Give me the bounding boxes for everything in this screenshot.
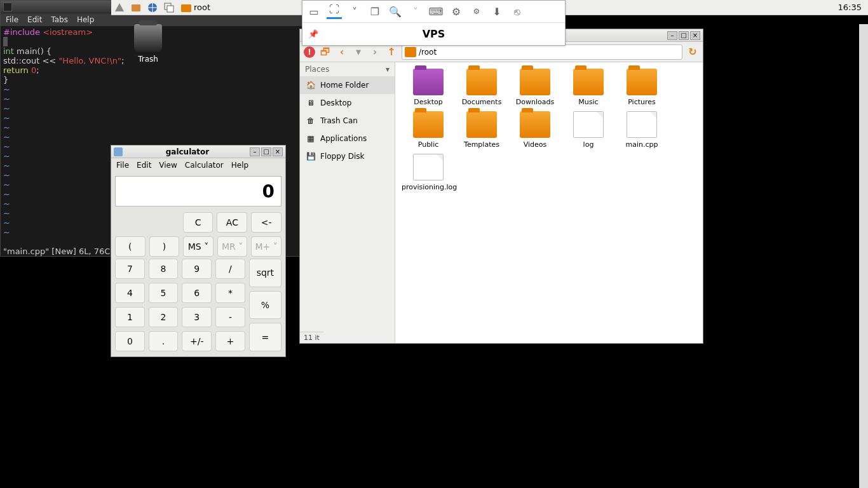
file-label: Pictures — [615, 98, 668, 106]
gear-icon[interactable]: ⚙ — [449, 4, 464, 19]
file-item-downloads[interactable]: Downloads — [508, 69, 562, 106]
menu-help[interactable]: Help — [231, 161, 248, 170]
menu-view[interactable]: View — [159, 161, 177, 170]
sidebar-item-home-folder[interactable]: 🏠Home Folder — [300, 76, 395, 94]
file-item-templates[interactable]: Templates — [455, 111, 508, 149]
memory-recall-button[interactable]: MR ˅ — [217, 236, 248, 257]
sidebar-item-applications[interactable]: ▦Applications — [300, 130, 395, 147]
disconnect-icon[interactable]: ⎋ — [510, 4, 525, 19]
key-7[interactable]: 7 — [115, 259, 145, 279]
close-button[interactable]: × — [273, 147, 283, 156]
chevron-down-icon: ▾ — [386, 65, 390, 74]
sidebar-item-label: Home Folder — [320, 81, 369, 90]
chevron-down-icon[interactable]: ˅ — [408, 4, 423, 19]
taskbar-task-filemanager[interactable]: root — [177, 1, 214, 15]
maximize-button[interactable]: □ — [679, 31, 689, 40]
trash-icon: 🗑 — [305, 115, 316, 126]
sidebar-item-floppy-disk[interactable]: 💾Floppy Disk — [300, 147, 395, 165]
download-icon[interactable]: ⬇ — [489, 4, 505, 19]
key-6[interactable]: 6 — [182, 283, 212, 303]
scrollbar[interactable] — [859, 24, 868, 488]
all-clear-button[interactable]: AC — [217, 212, 247, 233]
pin-icon[interactable]: 📌 — [302, 29, 324, 39]
key-op[interactable]: . — [149, 331, 179, 351]
key-op[interactable]: + — [215, 331, 245, 351]
key-9[interactable]: 9 — [182, 259, 212, 279]
clock[interactable]: 16:35 — [832, 3, 868, 12]
up-button[interactable]: ↑ — [385, 46, 398, 58]
minimize-button[interactable]: – — [250, 147, 260, 156]
browser-launcher[interactable] — [144, 1, 161, 15]
titlebar[interactable]: galculator – □ × — [111, 146, 285, 158]
menu-tabs[interactable]: Tabs — [51, 15, 68, 24]
window-icon[interactable]: ▭ — [306, 4, 322, 19]
close-button[interactable]: × — [690, 31, 700, 40]
file-item-music[interactable]: Music — [562, 69, 615, 106]
menu-help[interactable]: Help — [77, 15, 94, 24]
memory-store-button[interactable]: MS ˅ — [183, 236, 214, 257]
file-icon — [413, 154, 444, 180]
history-dropdown[interactable]: ▾ — [352, 46, 365, 58]
file-grid[interactable]: DesktopDocumentsDownloadsMusicPicturesPu… — [395, 62, 703, 343]
key-equals[interactable]: = — [249, 323, 281, 351]
multi-window-icon[interactable]: ❐ — [367, 4, 383, 19]
key-2[interactable]: 2 — [149, 307, 179, 327]
floppy-icon: 💾 — [305, 151, 316, 162]
file-manager-launcher[interactable] — [128, 1, 144, 15]
svg-marker-0 — [115, 3, 124, 11]
clear-button[interactable]: C — [183, 212, 214, 233]
home-icon[interactable] — [405, 47, 416, 57]
start-menu-button[interactable] — [111, 1, 128, 15]
go-button[interactable]: ↻ — [686, 46, 699, 58]
menu-file[interactable]: File — [6, 15, 18, 24]
back-button[interactable]: ‹ — [336, 46, 348, 58]
key-1[interactable]: 1 — [115, 307, 145, 327]
vnc-session-name: VPS — [324, 28, 543, 40]
key-opopop[interactable]: +/- — [182, 331, 212, 351]
zoom-icon[interactable]: 🔍 — [388, 4, 403, 19]
keyboard-icon[interactable]: ⌨ — [428, 4, 444, 19]
key-8[interactable]: 8 — [149, 259, 179, 279]
key-sqrt[interactable]: sqrt — [249, 259, 281, 287]
file-label: Templates — [455, 140, 508, 149]
key-4[interactable]: 4 — [115, 283, 145, 303]
key-op[interactable]: * — [215, 283, 245, 303]
key-0[interactable]: 0 — [115, 331, 145, 351]
minimize-button[interactable]: – — [667, 31, 677, 40]
key-op[interactable]: / — [215, 259, 245, 279]
chevron-down-icon[interactable]: ˅ — [347, 4, 362, 19]
calculator-display: 0 — [115, 176, 281, 207]
path-input[interactable] — [419, 48, 679, 57]
file-item-main-cpp[interactable]: main.cpp — [615, 111, 668, 149]
key-percent[interactable]: % — [249, 291, 281, 320]
settings-small-icon[interactable]: ⚙ — [469, 4, 484, 19]
maximize-button[interactable]: □ — [261, 147, 271, 156]
backspace-button[interactable]: <- — [251, 212, 281, 233]
key-3[interactable]: 3 — [182, 307, 212, 327]
file-item-log[interactable]: log — [562, 111, 615, 149]
fullscreen-icon[interactable]: ⛶ — [327, 4, 342, 19]
file-item-pictures[interactable]: Pictures — [615, 69, 668, 106]
paren-open-button[interactable]: ( — [115, 236, 146, 257]
file-item-videos[interactable]: Videos — [508, 111, 562, 149]
menu-edit[interactable]: Edit — [27, 15, 42, 24]
file-item-desktop[interactable]: Desktop — [402, 69, 455, 106]
file-item-documents[interactable]: Documents — [455, 69, 508, 106]
sidebar-item-desktop[interactable]: 🖥Desktop — [300, 94, 395, 112]
forward-button[interactable]: › — [369, 46, 381, 58]
key-5[interactable]: 5 — [149, 283, 179, 303]
paren-close-button[interactable]: ) — [149, 236, 180, 257]
menu-edit[interactable]: Edit — [137, 161, 151, 170]
key-op[interactable]: - — [215, 307, 245, 327]
sidebar-item-trash-can[interactable]: 🗑Trash Can — [300, 112, 395, 130]
file-item-provisioning-log[interactable]: provisioning.log — [402, 154, 455, 191]
file-item-public[interactable]: Public — [402, 111, 455, 149]
alert-icon[interactable]: ! — [304, 46, 315, 58]
show-desktop-button[interactable] — [161, 1, 177, 15]
new-tab-button[interactable]: 🗗 — [319, 46, 332, 58]
memory-add-button[interactable]: M+ ˅ — [251, 236, 281, 257]
sidebar-header[interactable]: Places▾ — [300, 62, 395, 76]
window-title: galculator — [125, 147, 250, 156]
menu-file[interactable]: File — [116, 161, 129, 170]
menu-calculator[interactable]: Calculator — [185, 161, 224, 170]
